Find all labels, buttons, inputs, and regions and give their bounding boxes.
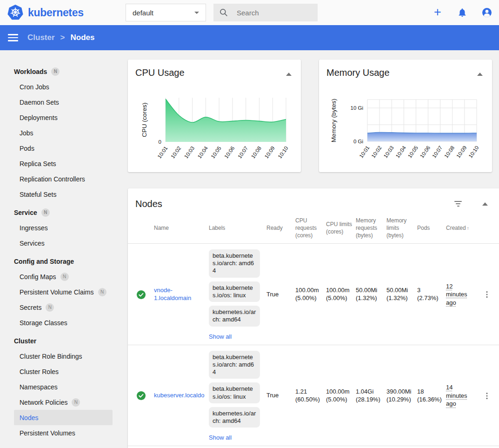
node-status-cell — [135, 391, 154, 401]
svg-text:10:02: 10:02 — [170, 145, 182, 159]
sidebar-item-label: Jobs — [20, 129, 33, 137]
main-content: CPU Usage 010:0110:0210:0310:0410:0510:0… — [128, 50, 499, 448]
svg-text:Memory (bytes): Memory (bytes) — [330, 99, 337, 142]
kubernetes-logo[interactable]: kubernetes — [7, 5, 84, 20]
memory-limits-cell: 390.00Mi(10.29%) — [386, 388, 417, 404]
sidebar-item-label: Ingresses — [20, 224, 48, 232]
column-header-cpu-limits-cores[interactable]: CPU limits (cores) — [326, 221, 356, 236]
sidebar-item-network-policies[interactable]: Network PoliciesN — [14, 395, 113, 410]
svg-text:10:07: 10:07 — [431, 145, 443, 159]
node-created-cell: 12 minutes ago — [446, 282, 479, 307]
column-header-labels[interactable]: Labels — [209, 225, 266, 232]
search-box[interactable] — [213, 4, 318, 21]
sidebar-item-label: Persistent Volume Claims — [20, 288, 94, 296]
column-header-memory-limits-bytes[interactable]: Memory limits (bytes) — [386, 217, 417, 240]
sidebar-item-label: Replica Sets — [20, 160, 56, 167]
show-all-link[interactable]: Show all — [209, 333, 232, 341]
sidebar-item-label: Replication Controllers — [20, 175, 85, 183]
column-header-pods[interactable]: Pods — [417, 225, 446, 232]
show-all-link[interactable]: Show all — [209, 434, 232, 442]
namespace-select[interactable]: default — [126, 4, 206, 21]
node-created-cell: 14 minutes ago — [446, 383, 479, 408]
sidebar-item-pods[interactable]: Pods — [14, 140, 113, 156]
svg-text:0 Gi: 0 Gi — [353, 139, 363, 144]
column-header-ready[interactable]: Ready — [266, 225, 295, 232]
sidebar-item-label: Deployments — [20, 114, 58, 121]
sidebar-item-cron-jobs[interactable]: Cron Jobs — [14, 79, 113, 94]
kebab-menu-icon — [482, 289, 492, 300]
new-badge: N — [41, 208, 50, 217]
table-header-row: NameLabelsReadyCPU requests (cores)CPU l… — [128, 217, 499, 244]
row-menu-button[interactable] — [479, 289, 499, 300]
svg-text:10:03: 10:03 — [183, 145, 195, 159]
column-header-memory-requests-bytes[interactable]: Memory requests (bytes) — [356, 217, 386, 240]
pods-cell: 3(2.73%) — [417, 287, 446, 302]
cpu-usage-card: CPU Usage 010:0110:0210:0310:0410:0510:0… — [128, 60, 301, 172]
kebab-menu-icon — [482, 391, 492, 401]
sidebar-item-ingresses[interactable]: Ingresses — [14, 220, 113, 235]
node-labels-cell: beta.kubernetes.io/arch: amd64beta.kuber… — [209, 350, 266, 442]
row-menu-button[interactable] — [479, 391, 499, 401]
sidebar-group-text: Service — [14, 209, 37, 216]
breadcrumb-page: Nodes — [71, 33, 95, 42]
sidebar-group-label-workloads[interactable]: WorkloadsN — [14, 64, 122, 79]
sidebar-item-secrets[interactable]: SecretsN — [14, 300, 113, 315]
sidebar-item-label: Nodes — [20, 414, 38, 421]
node-name-cell: kubeserver.localdo — [154, 392, 209, 400]
search-input[interactable] — [236, 8, 301, 17]
search-icon — [219, 8, 228, 17]
sidebar-item-label: Cluster Roles — [20, 368, 59, 375]
sidebar-item-services[interactable]: Services — [14, 235, 113, 251]
sidebar-item-stateful-sets[interactable]: Stateful Sets — [14, 187, 113, 202]
menu-icon[interactable] — [8, 32, 18, 43]
filter-icon[interactable] — [453, 200, 463, 207]
sidebar-item-label: Pods — [20, 145, 34, 152]
node-ready-cell: True — [266, 392, 295, 400]
account-button[interactable] — [481, 7, 492, 18]
breadcrumb: Cluster > Nodes — [27, 33, 94, 42]
svg-text:CPU (cores): CPU (cores) — [141, 102, 148, 137]
breadcrumb-cluster[interactable]: Cluster — [27, 33, 55, 42]
sidebar-item-cluster-role-bindings[interactable]: Cluster Role Bindings — [14, 348, 113, 364]
sidebar-item-storage-classes[interactable]: Storage Classes — [14, 315, 113, 330]
node-ready-check-icon — [136, 391, 146, 401]
new-badge: N — [46, 303, 54, 312]
sidebar-item-daemon-sets[interactable]: Daemon Sets — [14, 94, 113, 110]
sidebar-item-cluster-roles[interactable]: Cluster Roles — [14, 364, 113, 379]
memory-usage-title: Memory Usage — [326, 67, 390, 78]
node-name-link[interactable]: kubeserver.localdo — [154, 392, 205, 400]
sidebar-item-label: Daemon Sets — [20, 99, 59, 106]
svg-text:10:04: 10:04 — [395, 145, 407, 159]
create-button[interactable]: + — [432, 7, 443, 18]
table-row-vnode-1-localdomain: vnode-1.localdomainbeta.kubernetes.io/ar… — [128, 244, 499, 345]
sidebar-group-label-service[interactable]: ServiceN — [14, 205, 122, 220]
sidebar-item-persistent-volume-claims[interactable]: Persistent Volume ClaimsN — [14, 284, 113, 300]
sidebar-item-namespaces[interactable]: Namespaces — [14, 379, 113, 395]
sidebar-group-service: ServiceNIngressesServices — [0, 205, 122, 251]
sidebar-item-replica-sets[interactable]: Replica Sets — [14, 156, 113, 171]
sidebar-item-persistent-volumes[interactable]: Persistent Volumes — [14, 425, 113, 441]
notifications-button[interactable] — [457, 7, 468, 18]
collapse-caret-icon[interactable] — [482, 202, 488, 206]
column-header-cpu-requests-cores[interactable]: CPU requests (cores) — [295, 217, 326, 240]
column-header-name[interactable]: Name — [154, 225, 209, 232]
sidebar-item-jobs[interactable]: Jobs — [14, 125, 113, 140]
brand-wordmark: kubernetes — [28, 7, 84, 19]
sidebar-group-label-config-and-storage[interactable]: Config and Storage — [14, 254, 122, 269]
svg-text:10:10: 10:10 — [467, 145, 479, 159]
chevron-down-icon — [194, 12, 199, 14]
cpu-requests-cell: 1.21(60.50%) — [295, 388, 326, 404]
sidebar-item-nodes[interactable]: Nodes — [14, 410, 113, 425]
sidebar-group-text: Workloads — [14, 68, 47, 75]
sidebar-group-text: Config and Storage — [14, 258, 74, 265]
sidebar-item-config-maps[interactable]: Config MapsN — [14, 269, 113, 284]
sidebar-group-label-cluster[interactable]: Cluster — [14, 333, 122, 348]
account-circle-icon — [481, 7, 492, 18]
column-header-created[interactable]: Created↑ — [446, 225, 479, 232]
namespace-value: default — [133, 9, 194, 17]
sidebar-item-replication-controllers[interactable]: Replication Controllers — [14, 171, 113, 187]
node-name-link[interactable]: vnode-1.localdomain — [154, 287, 205, 302]
sidebar-item-label: Cron Jobs — [20, 83, 49, 91]
new-badge: N — [51, 67, 60, 76]
sidebar-item-deployments[interactable]: Deployments — [14, 110, 113, 125]
